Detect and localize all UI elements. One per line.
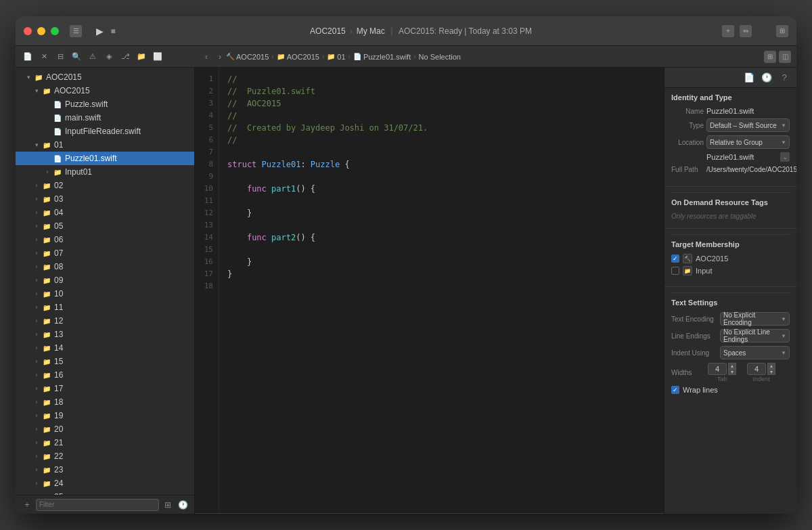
tree-item-label: 22: [54, 451, 63, 461]
file-icon-btn[interactable]: 📄: [21, 50, 35, 64]
type-dropdown[interactable]: Default – Swift Source ▼: [706, 118, 790, 132]
tab-decrement[interactable]: ▼: [728, 369, 736, 375]
expand-arrow: ▾: [32, 86, 41, 95]
canvas-btn[interactable]: ◫: [779, 51, 791, 63]
tree-folder-09[interactable]: ›📁09: [16, 273, 194, 287]
square-btn[interactable]: ⬜: [151, 50, 164, 64]
hide-btn[interactable]: ✕: [37, 50, 51, 64]
tree-folder-22[interactable]: ›📁22: [16, 449, 194, 463]
tree-folder-19[interactable]: ›📁19: [16, 409, 194, 422]
bc-root[interactable]: 🔨 AOC2015: [226, 53, 269, 61]
filter-option-btn[interactable]: ⊞: [162, 499, 174, 511]
tree-folder-16[interactable]: ›📁16: [16, 368, 194, 382]
stop-button[interactable]: ■: [106, 24, 120, 38]
traffic-lights: [24, 27, 59, 35]
split-editor-btn[interactable]: ⊞: [764, 51, 776, 63]
tree-folder-17[interactable]: ›📁17: [16, 382, 194, 395]
bc-file[interactable]: 📄 Puzzle01.swift: [353, 53, 411, 61]
tree-folder-25[interactable]: ›📁25: [16, 490, 194, 495]
layout-toggle[interactable]: ⇔: [740, 25, 752, 37]
scheme-selector[interactable]: AOC2015 › My Mac: [310, 26, 385, 36]
nav-back[interactable]: ‹: [200, 51, 212, 63]
tree-folder-20[interactable]: ›📁20: [16, 422, 194, 436]
code-content[interactable]: // // Puzzle01.swift // AOC2015 // // Cr…: [219, 68, 664, 513]
tree-folder-14[interactable]: ›📁14: [16, 341, 194, 355]
bc-folder[interactable]: 📁 01: [327, 53, 345, 61]
tree-puzzle-swift[interactable]: 📄 Puzzle.swift: [16, 97, 194, 111]
wrap-checkbox[interactable]: ✓: [671, 386, 679, 394]
folder-btn[interactable]: 📁: [135, 50, 148, 64]
nav-forward[interactable]: ›: [214, 51, 226, 63]
dropdown-arrow: ▼: [781, 139, 786, 146]
inspector-tabs: 📄 🕐 ?: [664, 68, 796, 88]
search-btn[interactable]: 🔍: [70, 50, 83, 64]
add-file-button[interactable]: +: [21, 499, 33, 511]
tags-placeholder: Only resources are taggable: [671, 213, 757, 220]
tree-folder-05[interactable]: ›📁05: [16, 219, 194, 233]
tree-folder-11[interactable]: ›📁11: [16, 301, 194, 314]
tree-folder-23[interactable]: ›📁23: [16, 463, 194, 477]
tree-folder-02[interactable]: ›📁02: [16, 179, 194, 192]
tree-folder-12[interactable]: ›📁12: [16, 314, 194, 328]
tree-group-aoc2015[interactable]: ▾ 📁 AOC2015: [16, 84, 194, 97]
bc-project[interactable]: 📁 AOC2015: [277, 53, 319, 61]
scheme-name: AOC2015: [310, 26, 346, 36]
bc-selection[interactable]: No Selection: [419, 53, 461, 61]
filter-input[interactable]: [36, 499, 159, 511]
tree-folder-08[interactable]: ›📁08: [16, 260, 194, 273]
tree-folder-24[interactable]: ›📁24: [16, 477, 194, 490]
breadcrumb: 🔨 AOC2015 › 📁 AOC2015 › 📁 01 › 📄 Puzzle0…: [226, 53, 764, 61]
endings-dropdown[interactable]: No Explicit Line Endings ▼: [720, 329, 790, 343]
indent-row: Indent Using Spaces ▼: [671, 346, 790, 359]
target-aoc2015-checkbox[interactable]: ✓: [671, 255, 679, 263]
sidebar-toggle-button[interactable]: ☰: [70, 25, 82, 37]
encoding-dropdown[interactable]: No Explicit Encoding ▼: [720, 312, 790, 326]
tree-folder-01[interactable]: ▾ 📁 01: [16, 138, 194, 152]
indent-dropdown[interactable]: Spaces ▼: [720, 346, 790, 359]
tree-folder-10[interactable]: ›📁10: [16, 287, 194, 301]
inspector-toggle[interactable]: ⊞: [776, 25, 788, 37]
file-inspector-tab[interactable]: 📄: [742, 71, 756, 85]
tree-item-label: 11: [54, 303, 63, 312]
title-bar-right: + ⇔ ⊞: [722, 25, 788, 37]
indent-increment[interactable]: ▲: [767, 363, 775, 369]
tree-input01[interactable]: › 📁 Input01: [16, 165, 194, 179]
tab-increment[interactable]: ▲: [728, 363, 736, 369]
indent-decrement[interactable]: ▼: [767, 369, 775, 375]
tree-root[interactable]: ▾ 📁 AOC2015: [16, 70, 194, 84]
tree-folder-15[interactable]: ›📁15: [16, 355, 194, 368]
warning-btn[interactable]: ⚠: [86, 50, 99, 64]
filter-btn[interactable]: ⊟: [53, 50, 67, 64]
tab-width-input[interactable]: [708, 363, 727, 375]
tree-folder-18[interactable]: ›📁18: [16, 395, 194, 409]
add-button[interactable]: +: [722, 25, 734, 37]
tree-folder-21[interactable]: ›📁21: [16, 436, 194, 449]
tree-folder-03[interactable]: ›📁03: [16, 192, 194, 206]
indent-width-input[interactable]: [747, 363, 766, 375]
reveal-in-finder-btn[interactable]: ⌄: [780, 152, 790, 162]
tree-folder-06[interactable]: ›📁06: [16, 233, 194, 246]
filter-recent-btn[interactable]: 🕐: [177, 499, 189, 511]
fullpath-value: /Users/twenty/Code/AOC2015/AOC2015/01/Pu…: [706, 165, 796, 175]
tree-folder-04[interactable]: ›📁04: [16, 206, 194, 219]
tree-folder-13[interactable]: ›📁13: [16, 328, 194, 341]
diamond-btn[interactable]: ◈: [102, 50, 116, 64]
tree-inputfilereader-swift[interactable]: 📄 InputFileReader.swift: [16, 125, 194, 138]
minimize-button[interactable]: [37, 27, 45, 35]
tree-main-swift[interactable]: 📄 main.swift: [16, 111, 194, 125]
git-btn[interactable]: ⎇: [118, 50, 132, 64]
help-inspector-tab[interactable]: ?: [777, 71, 791, 85]
close-button[interactable]: [24, 27, 32, 35]
history-inspector-tab[interactable]: 🕐: [760, 71, 773, 85]
tab-stepper-buttons: ▲ ▼: [728, 363, 736, 375]
fullscreen-button[interactable]: [51, 27, 59, 35]
run-button[interactable]: ▶: [93, 24, 106, 38]
tree-folder-07[interactable]: ›📁07: [16, 246, 194, 260]
target-input-checkbox[interactable]: [671, 267, 679, 275]
endings-value: No Explicit Line Endings: [723, 328, 781, 343]
identity-section-title: Identity and Type: [671, 93, 790, 102]
file-navigator: ▾ 📁 AOC2015 ▾ 📁 AOC2015 📄 Puzzle.swift: [16, 68, 195, 514]
editor-content[interactable]: 123456 789101112 131415161718 // // Puzz…: [195, 68, 664, 513]
location-dropdown[interactable]: Relative to Group ▼: [706, 135, 790, 149]
tree-puzzle01-swift[interactable]: 📄 Puzzle01.swift: [16, 152, 194, 165]
